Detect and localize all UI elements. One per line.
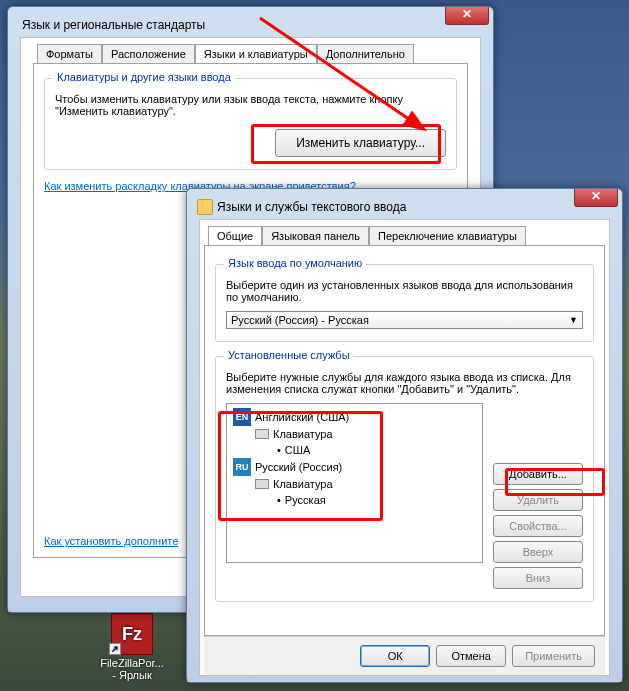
tab-formats[interactable]: Форматы bbox=[37, 44, 102, 64]
move-down-button[interactable]: Вниз bbox=[493, 567, 583, 589]
shortcut-arrow-icon: ↗ bbox=[109, 643, 121, 655]
layout-en-us[interactable]: • США bbox=[233, 442, 476, 458]
group-services-text: Выберите нужные службы для каждого языка… bbox=[226, 371, 583, 395]
kb-node[interactable]: Клавиатура bbox=[233, 476, 476, 492]
ru-badge-icon: RU bbox=[233, 458, 251, 476]
group-keyboards-title: Клавиатуры и другие языки ввода bbox=[53, 71, 235, 83]
remove-button[interactable]: Удалить bbox=[493, 489, 583, 511]
kb-node[interactable]: Клавиатура bbox=[233, 426, 476, 442]
install-additional-link[interactable]: Как установить дополните bbox=[44, 535, 178, 547]
group-default-lang-text: Выберите один из установленных языков вв… bbox=[226, 279, 583, 303]
desktop-icon-sublabel: - Ярлык bbox=[92, 669, 172, 681]
change-keyboard-button[interactable]: Изменить клавиатуру... bbox=[275, 129, 446, 157]
group-services-title: Установленные службы bbox=[224, 349, 354, 361]
tab-general[interactable]: Общие bbox=[208, 226, 262, 246]
properties-button[interactable]: Свойства... bbox=[493, 515, 583, 537]
ok-button[interactable]: ОК bbox=[360, 645, 430, 667]
window-title: Языки и службы текстового ввода bbox=[213, 200, 612, 214]
cancel-button[interactable]: Отмена bbox=[436, 645, 506, 667]
lang-ru[interactable]: RU Русский (Россия) bbox=[233, 458, 476, 476]
group-keyboards-text: Чтобы изменить клавиатуру или язык ввода… bbox=[55, 93, 446, 117]
add-button[interactable]: Добавить... bbox=[493, 463, 583, 485]
move-up-button[interactable]: Вверх bbox=[493, 541, 583, 563]
tab-advanced[interactable]: Дополнительно bbox=[317, 44, 414, 64]
close-button[interactable]: ✕ bbox=[445, 7, 489, 25]
keyboard-icon bbox=[255, 479, 269, 489]
app-icon bbox=[197, 199, 213, 215]
lang-en[interactable]: EN Английский (США) bbox=[233, 408, 476, 426]
layout-ru[interactable]: • Русская bbox=[233, 492, 476, 508]
apply-button[interactable]: Применить bbox=[512, 645, 595, 667]
window-title: Язык и региональные стандарты bbox=[18, 18, 483, 32]
default-language-combo[interactable]: Русский (Россия) - Русская ▼ bbox=[226, 311, 583, 329]
close-button[interactable]: ✕ bbox=[574, 189, 618, 207]
keyboard-icon bbox=[255, 429, 269, 439]
tab-location[interactable]: Расположение bbox=[102, 44, 195, 64]
tab-keyboards-languages[interactable]: Языки и клавиатуры bbox=[195, 44, 317, 64]
chevron-down-icon: ▼ bbox=[569, 315, 578, 325]
tab-language-bar[interactable]: Языковая панель bbox=[262, 226, 369, 246]
installed-services-tree[interactable]: EN Английский (США) Клавиатура • bbox=[226, 403, 483, 563]
en-badge-icon: EN bbox=[233, 408, 251, 426]
desktop-icon-label: FileZillaPor... bbox=[92, 657, 172, 669]
filezilla-icon[interactable]: Fz↗ bbox=[111, 613, 153, 655]
group-default-lang-title: Язык ввода по умолчанию bbox=[224, 257, 366, 269]
tab-key-switching[interactable]: Переключение клавиатуры bbox=[369, 226, 526, 246]
combo-value: Русский (Россия) - Русская bbox=[231, 314, 369, 326]
